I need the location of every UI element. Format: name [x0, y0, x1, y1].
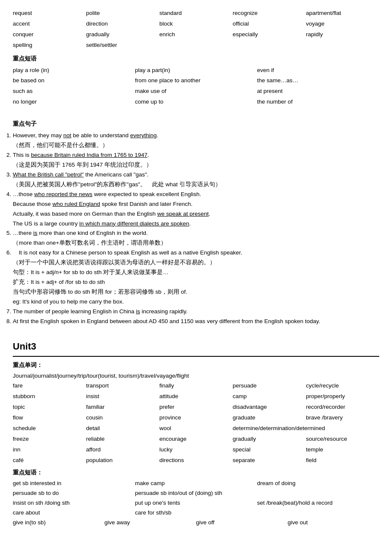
unit3-word: cousin — [86, 413, 159, 423]
vocab-word — [306, 40, 379, 50]
unit3-phrase: give off — [196, 518, 288, 528]
phrase: the same…as… — [257, 76, 379, 86]
sentence-note2: 扩充：It is + adj+ of /for sb to do sth — [13, 279, 105, 285]
unit3-word: determine/determination/determined — [233, 424, 379, 434]
sentence-4: …those who reported the news were expect… — [13, 190, 379, 229]
sentence-text: …there is more than one kind of English … — [13, 230, 148, 236]
phrase: from one place to another — [135, 76, 257, 86]
unit3-word: record/recorder — [306, 402, 379, 412]
unit3-word: lucky — [159, 445, 233, 455]
unit3-phrases-row2: persuade sb to do persuade sb into/out o… — [13, 489, 379, 498]
unit3-word: separate — [233, 456, 306, 465]
vocab-word: conquer — [13, 30, 86, 40]
vocab-word: polite — [86, 9, 159, 18]
unit3-word: special — [233, 445, 306, 455]
unit3-vocab-title: 重点单词： — [13, 360, 379, 370]
unit3-word: freeze — [13, 434, 86, 444]
vocab-word: rapidly — [306, 30, 379, 40]
sentence-3: What the British call "petrol" the Ameri… — [13, 170, 379, 190]
sentence-text: What the British call "petrol" the Ameri… — [13, 171, 149, 178]
key-sentences-title: 重点句子 — [13, 119, 379, 129]
unit3-word: topic — [13, 402, 86, 412]
vocab-word: official — [233, 19, 306, 29]
sentence-translation: （美国人把被英国人称作"petrol"的东西称作"gas"。 此处 what 引… — [13, 181, 221, 188]
sentence-5: …there is more than one kind of English … — [13, 228, 379, 248]
unit3-word: insist — [86, 392, 159, 402]
unit3-vocab-grid: fare transport finally persuade cycle/re… — [13, 381, 379, 465]
unit3-word: reliable — [86, 434, 159, 444]
key-sentences-section: 重点句子 However, they may not be able to un… — [13, 119, 379, 327]
unit3-word: temple — [306, 445, 379, 455]
unit3-phrase: dream of doing — [257, 479, 379, 489]
unit3-phrases-row5: give in(to sb) give away give off give o… — [13, 518, 379, 528]
vocab-word: direction — [86, 19, 159, 29]
sentence-note1: 句型：It is + adj/n+ for sb to do sth 对于某人来… — [13, 269, 169, 275]
sentence-6: It is not easy for a Chinese person to s… — [13, 248, 379, 307]
unit3-word: field — [306, 456, 379, 465]
unit3-word: directions — [159, 456, 233, 465]
unit3-word: attitude — [159, 392, 233, 402]
unit3-phrases-row1: get sb interested in make camp dream of … — [13, 479, 379, 489]
unit3-phrases-title: 重点短语： — [13, 468, 379, 478]
unit3-word: cycle/recycle — [306, 381, 379, 391]
unit3-word: graduate — [233, 413, 306, 423]
sentence-note4: eg: It's kind of you to help me carry th… — [13, 298, 124, 305]
vocab-word: apartment/flat — [306, 9, 379, 18]
sentence-line3: Actually, it was based more on German th… — [13, 211, 210, 217]
vocab-word: block — [159, 19, 233, 29]
unit3-word: prefer — [159, 402, 233, 412]
sentence-translation: （这是因为英国于 1765 年到 1947 年统治过印度。） — [13, 162, 152, 168]
unit3-word: disadvantage — [233, 402, 306, 412]
unit3-phrase — [257, 508, 379, 518]
sentence-text: However, they may not be able to underst… — [13, 132, 159, 139]
sentence-line4: The US is a large country in which many … — [13, 220, 191, 227]
vocab-word: accent — [13, 19, 86, 29]
sentence-7: The number of people learning English in… — [13, 307, 379, 317]
key-phrases-title: 重点短语 — [13, 54, 379, 64]
phrase: at present — [257, 87, 379, 96]
unit3-word: flow — [13, 413, 86, 423]
unit3-phrase: persuade sb into/out of (doing) sth — [135, 489, 379, 498]
unit3-word: proper/properly — [306, 392, 379, 402]
sentence-translation: （more than one+单数可数名词，作主语时，谓语用单数） — [13, 240, 167, 246]
unit3-word: schedule — [13, 424, 86, 434]
sentence-text: …those who reported the news were expect… — [13, 191, 201, 197]
phrase: even if — [257, 66, 379, 75]
sentences-list: However, they may not be able to underst… — [13, 131, 379, 327]
sentence-translation: （然而，他们可能不是什么都懂。） — [13, 142, 108, 148]
unit3-word: population — [86, 456, 159, 465]
sentence-text: The number of people learning English in… — [13, 308, 187, 315]
unit3-word: brave /bravery — [306, 413, 379, 423]
sentence-1: However, they may not be able to underst… — [13, 131, 379, 150]
sentence-line2: Because those who ruled England spoke fi… — [13, 201, 193, 207]
vocab-word — [159, 40, 233, 50]
unit3-word: source/resource — [306, 434, 379, 444]
unit3-phrase: insist on sth /doing sth — [13, 498, 135, 508]
unit3-word: café — [13, 456, 86, 465]
unit3-phrase: make camp — [135, 479, 257, 489]
unit3-word: finally — [159, 381, 233, 391]
unit3-phrase: get sb interested in — [13, 479, 135, 489]
unit3-word: encourage — [159, 434, 233, 444]
vocab-word: especially — [233, 30, 306, 40]
unit3-word: fare — [13, 381, 86, 391]
phrase: make use of — [135, 87, 257, 96]
unit3-phrase: put up one's tents — [135, 498, 257, 508]
unit3-phrases-row3: insist on sth /doing sth put up one's te… — [13, 498, 379, 508]
unit3-word: familiar — [86, 402, 159, 412]
phrase: play a role (in) — [13, 66, 135, 75]
vocab-word: standard — [159, 9, 233, 18]
vocab-word: spelling — [13, 40, 86, 50]
unit3-section: Unit3 重点单词： Journal/journalist/journey/t… — [13, 338, 379, 528]
unit3-phrase: care about — [13, 508, 135, 518]
phrases-grid: play a role (in) play a part(in) even if… — [13, 66, 379, 107]
vocab-word: enrich — [159, 30, 233, 40]
unit3-title: Unit3 — [13, 338, 379, 357]
unit3-phrase: give away — [104, 518, 196, 528]
unit3-word: province — [159, 413, 233, 423]
unit3-phrase: care for sth/sb — [135, 508, 257, 518]
unit3-phrases-row4: care about care for sth/sb — [13, 508, 379, 518]
unit3-word: persuade — [233, 381, 306, 391]
key-phrases-section: 重点短语 play a role (in) play a part(in) ev… — [13, 54, 379, 107]
unit3-phrase: give out — [288, 518, 379, 528]
